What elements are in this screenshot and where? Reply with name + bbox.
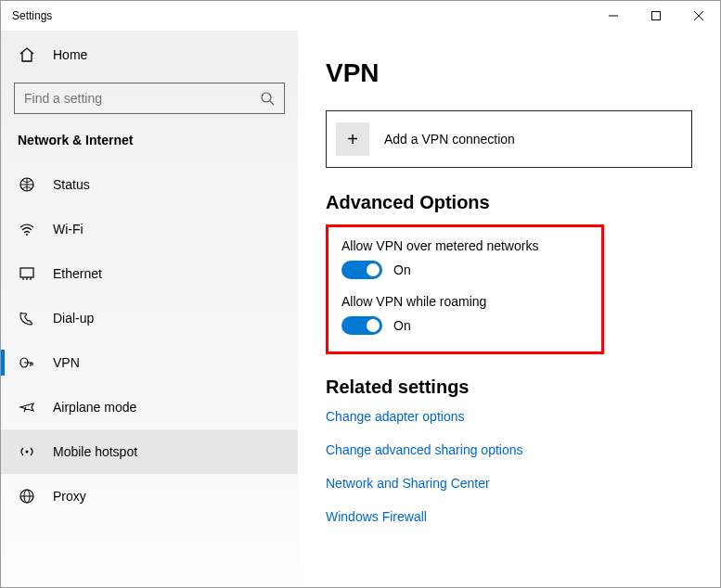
close-button[interactable] [677,1,720,31]
sidebar-item-ethernet[interactable]: Ethernet [1,251,298,296]
sidebar-item-label: VPN [53,355,80,370]
wifi-icon [18,221,36,237]
dialup-icon [18,310,36,326]
sidebar-item-vpn[interactable]: VPN [1,340,298,385]
sidebar-item-proxy[interactable]: Proxy [1,474,298,518]
related-heading: Related settings [326,377,692,398]
opt-metered-label: Allow VPN over metered networks [341,238,588,253]
toggle-roaming-state: On [393,318,411,333]
toggle-metered[interactable] [341,261,382,279]
svg-point-4 [262,93,271,102]
main-content: VPN + Add a VPN connection Advanced Opti… [298,31,720,587]
svg-point-7 [26,234,28,236]
search-input[interactable] [14,83,285,114]
link-sharing-options[interactable]: Change advanced sharing options [326,442,692,457]
sidebar-item-label: Wi-Fi [53,222,84,236]
opt-roaming-label: Allow VPN while roaming [341,294,588,309]
add-vpn-button[interactable]: + Add a VPN connection [326,110,692,168]
maximize-button[interactable] [635,1,677,31]
sidebar-item-label: Status [53,177,90,192]
home-label: Home [53,47,87,62]
sidebar-item-label: Ethernet [53,266,102,281]
sidebar-item-label: Airplane mode [53,400,136,415]
search-field[interactable] [24,91,260,106]
svg-rect-1 [652,12,661,20]
advanced-options-highlight: Allow VPN over metered networks On Allow… [326,224,604,354]
link-adapter-options[interactable]: Change adapter options [326,409,692,424]
home-nav[interactable]: Home [1,34,298,75]
toggle-roaming[interactable] [341,316,382,335]
titlebar: Settings [1,1,720,31]
advanced-heading: Advanced Options [326,192,692,213]
sidebar-item-label: Dial-up [53,311,94,326]
minimize-button[interactable] [592,1,635,31]
sidebar-item-airplane[interactable]: Airplane mode [1,385,298,429]
search-icon [260,91,275,106]
hotspot-icon [18,443,36,460]
svg-line-5 [270,101,274,105]
section-title: Network & Internet [1,133,298,162]
sidebar-item-wifi[interactable]: Wi-Fi [1,207,298,251]
vpn-icon [18,354,36,371]
plus-icon: + [336,122,369,156]
svg-point-10 [26,451,29,454]
home-icon [18,46,36,63]
link-network-center[interactable]: Network and Sharing Center [326,476,692,491]
sidebar-item-hotspot[interactable]: Mobile hotspot [1,429,298,474]
toggle-metered-state: On [393,262,411,277]
sidebar-item-status[interactable]: Status [1,162,298,207]
window-title: Settings [1,9,592,22]
sidebar-item-label: Mobile hotspot [53,444,137,459]
airplane-icon [18,399,36,415]
status-icon [18,176,36,193]
proxy-icon [18,488,36,505]
sidebar: Home Network & Internet Status Wi-Fi Eth… [1,31,298,587]
sidebar-item-label: Proxy [53,489,86,504]
page-title: VPN [326,58,692,88]
svg-rect-8 [20,268,33,277]
link-firewall[interactable]: Windows Firewall [326,509,692,524]
ethernet-icon [18,265,36,282]
sidebar-item-dialup[interactable]: Dial-up [1,296,298,340]
add-vpn-label: Add a VPN connection [384,132,515,147]
